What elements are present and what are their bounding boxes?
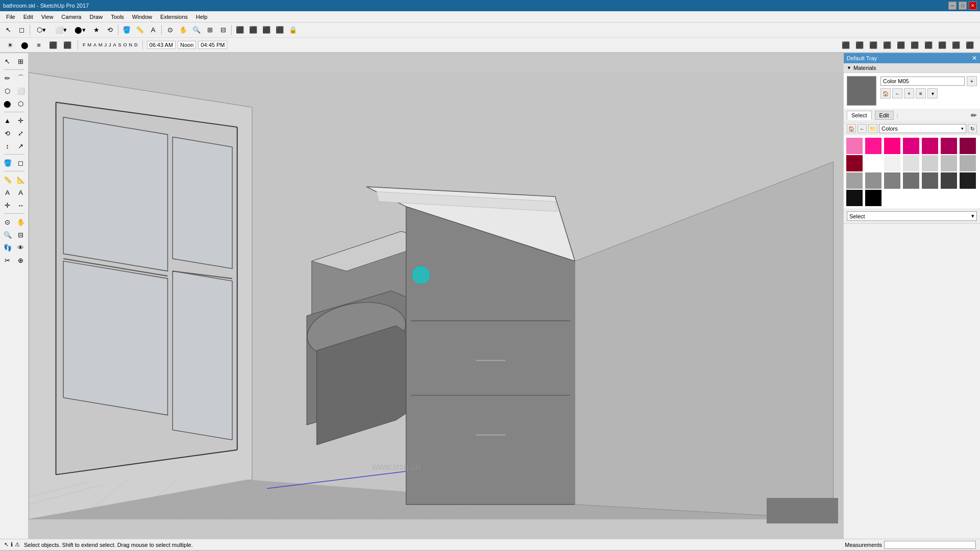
- color-swatch-2[interactable]: [884, 137, 901, 155]
- color-swatch-4[interactable]: [921, 137, 939, 155]
- color-swatch-13[interactable]: [959, 155, 976, 172]
- lt-select-btn[interactable]: ↖: [2, 55, 14, 67]
- lt-follow-btn[interactable]: ↗: [15, 140, 27, 152]
- lt-text-btn[interactable]: A: [2, 186, 14, 198]
- zoom-window-btn[interactable]: ⊞: [204, 24, 216, 36]
- bottom-select-dropdown[interactable]: Select ▾: [847, 211, 977, 221]
- lt-select2-btn[interactable]: ⊞: [15, 55, 27, 67]
- color-swatch-20[interactable]: [959, 172, 976, 189]
- lt-shape-btn[interactable]: ⬡: [2, 85, 14, 97]
- colors-dropdown[interactable]: Colors ▾: [879, 124, 966, 133]
- measurements-input[interactable]: [884, 541, 976, 549]
- text-btn[interactable]: A: [147, 24, 159, 36]
- menu-help[interactable]: Help: [192, 13, 212, 21]
- lt-circle-btn[interactable]: ⬤: [2, 97, 14, 110]
- lt-3dtext-btn[interactable]: A: [15, 186, 27, 198]
- sun-icon-btn[interactable]: ☀: [4, 39, 16, 51]
- lt-zoom-btn[interactable]: 🔍: [2, 229, 14, 241]
- render-btn4[interactable]: ⬛: [881, 39, 893, 51]
- comp-btn[interactable]: ⬛: [234, 24, 246, 36]
- color-swatch-16[interactable]: [884, 172, 901, 189]
- material-name-input[interactable]: [880, 77, 965, 86]
- color-swatch-12[interactable]: [940, 155, 958, 172]
- display2-btn[interactable]: ⬛: [61, 39, 74, 51]
- color-swatch-5[interactable]: [940, 137, 958, 155]
- select-tab[interactable]: Select: [847, 111, 872, 120]
- lt-dim-btn[interactable]: ↔: [15, 199, 27, 211]
- lt-section2-btn[interactable]: ⊕: [15, 254, 27, 266]
- menu-extensions[interactable]: Extensions: [156, 13, 192, 21]
- material-swatch[interactable]: [847, 76, 876, 106]
- render-btn10[interactable]: ⬛: [964, 39, 976, 51]
- menu-draw[interactable]: Draw: [85, 13, 107, 21]
- lt-pan-btn[interactable]: ✋: [15, 216, 27, 228]
- lt-rotate-btn[interactable]: ⟲: [2, 127, 14, 139]
- group-btn[interactable]: ⬛: [247, 24, 259, 36]
- render-btn1[interactable]: ⬛: [840, 39, 852, 51]
- browse-back-btn[interactable]: ←: [857, 124, 867, 133]
- menu-tools[interactable]: Tools: [107, 13, 128, 21]
- lt-look-btn[interactable]: 👁: [15, 241, 27, 254]
- push-tool-btn[interactable]: ★: [90, 24, 103, 36]
- render-btn6[interactable]: ⬛: [909, 39, 921, 51]
- section-btn[interactable]: ⬛: [274, 24, 286, 36]
- color-swatch-19[interactable]: [940, 172, 958, 189]
- lt-scale-btn[interactable]: ⤢: [15, 127, 27, 139]
- zoom-extents-btn[interactable]: ⊟: [217, 24, 229, 36]
- pan-btn[interactable]: ✋: [177, 24, 189, 36]
- lt-rect-btn[interactable]: ⬜: [15, 85, 27, 97]
- browse-folder-btn[interactable]: 📁: [868, 124, 877, 133]
- edit-tab[interactable]: Edit: [875, 111, 894, 120]
- menu-file[interactable]: File: [2, 13, 19, 21]
- minimize-button[interactable]: ─: [948, 2, 957, 10]
- rect-tool-btn[interactable]: ⬜▾: [52, 24, 70, 36]
- color-swatch-7[interactable]: [846, 155, 863, 172]
- mat-arrow-btn[interactable]: ←: [892, 88, 902, 98]
- eraser-btn[interactable]: ◻: [15, 24, 28, 36]
- tape-btn[interactable]: 📏: [134, 24, 146, 36]
- lt-paint-btn[interactable]: 🪣: [2, 157, 14, 169]
- shadow-btn[interactable]: ⬤: [18, 39, 31, 51]
- mat-detail-btn[interactable]: ≡: [916, 88, 926, 98]
- restore-button[interactable]: □: [959, 2, 967, 10]
- lt-erase-btn[interactable]: ◻: [15, 157, 27, 169]
- render-btn2[interactable]: ⬛: [853, 39, 866, 51]
- color-swatch-0[interactable]: [846, 137, 863, 155]
- lock-btn[interactable]: 🔒: [287, 24, 299, 36]
- rotate-btn[interactable]: ⟲: [104, 24, 116, 36]
- color-swatch-22[interactable]: [865, 189, 882, 207]
- render-btn8[interactable]: ⬛: [936, 39, 948, 51]
- render-btn3[interactable]: ⬛: [867, 39, 879, 51]
- fog-btn[interactable]: ≡: [33, 39, 45, 51]
- lt-arc-btn[interactable]: ⌒: [15, 72, 27, 84]
- color-swatch-14[interactable]: [846, 172, 863, 189]
- zoom-btn[interactable]: 🔍: [190, 24, 203, 36]
- render-btn9[interactable]: ⬛: [950, 39, 962, 51]
- tray-close-button[interactable]: ✕: [972, 55, 977, 62]
- color-swatch-17[interactable]: [902, 172, 920, 189]
- paint-btn[interactable]: 🪣: [120, 24, 133, 36]
- color-swatch-18[interactable]: [921, 172, 939, 189]
- color-swatch-15[interactable]: [865, 172, 882, 189]
- circle-tool-btn[interactable]: ⬤▾: [71, 24, 89, 36]
- display-btn[interactable]: ⬛: [47, 39, 59, 51]
- color-swatch-10[interactable]: [902, 155, 920, 172]
- color-swatch-1[interactable]: [865, 137, 882, 155]
- color-swatch-8[interactable]: [865, 155, 882, 172]
- select-tool-btn[interactable]: ↖: [2, 24, 14, 36]
- mat-add-btn[interactable]: +: [904, 88, 914, 98]
- lt-zoomext-btn[interactable]: ⊟: [15, 229, 27, 241]
- render-btn5[interactable]: ⬛: [895, 39, 907, 51]
- menu-view[interactable]: View: [37, 13, 58, 21]
- shape-tool-btn[interactable]: ⬡▾: [32, 24, 51, 36]
- solid-btn[interactable]: ⬛: [260, 24, 273, 36]
- lt-poly-btn[interactable]: ⬡: [15, 97, 27, 110]
- menu-camera[interactable]: Camera: [57, 13, 85, 21]
- mat-arrow-down-btn[interactable]: ▾: [927, 88, 938, 98]
- lt-orbit-btn[interactable]: ⊙: [2, 216, 14, 228]
- lt-pencil-btn[interactable]: ✏: [2, 72, 14, 84]
- refresh-btn[interactable]: ↻: [968, 124, 977, 133]
- lt-push-btn[interactable]: ▲: [2, 114, 14, 127]
- lt-section-btn[interactable]: ✂: [2, 254, 14, 266]
- edit-pencil-icon[interactable]: ✏: [971, 111, 977, 119]
